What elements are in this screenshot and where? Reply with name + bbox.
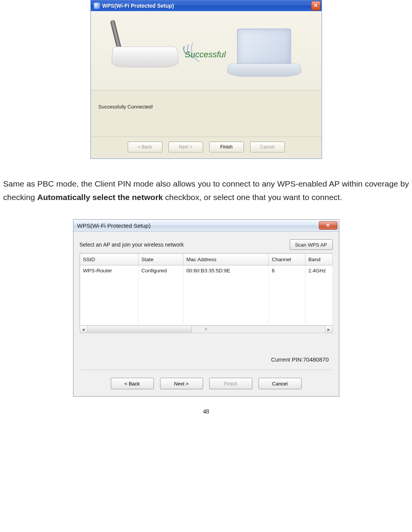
separator — [81, 370, 331, 370]
dialog2-button-row: < Back Next > Finish Cancel — [73, 372, 339, 396]
page-number: 48 — [0, 408, 412, 415]
table-row-empty[interactable] — [80, 315, 332, 326]
dialog1-button-row: < Back Next > Finish Cancel — [91, 137, 322, 158]
dialog1-illustration: Successful — [91, 11, 322, 90]
scrollbar-grip-icon: Ⅲ — [205, 327, 208, 331]
table-row[interactable]: WPS-RouterConfigured00:60:B3:35:5D:9E62.… — [80, 265, 332, 276]
table-row-empty[interactable] — [80, 305, 332, 315]
cancel-button[interactable]: Cancel — [259, 378, 302, 389]
dialog2-title: WPS(Wi-Fi Protected Setup) — [77, 222, 319, 229]
next-button[interactable]: Next > — [168, 142, 203, 152]
col-header-channel[interactable]: Channel — [269, 253, 305, 265]
scroll-right-icon[interactable]: ► — [325, 326, 332, 333]
scrollbar-thumb[interactable] — [87, 326, 192, 333]
col-header-band[interactable]: Band — [305, 253, 332, 265]
col-header-mac[interactable]: Mac Address — [183, 253, 269, 265]
cell-state: Configured — [138, 265, 183, 276]
dialog1-status-text: Successfully Connected! — [91, 90, 322, 137]
table-row-empty[interactable] — [80, 285, 332, 295]
dialog1-app-icon — [94, 3, 100, 9]
horizontal-scrollbar[interactable]: ◄ Ⅲ ► — [80, 326, 333, 333]
dialog1-title: WPS(Wi-Fi Protected Setup) — [102, 3, 311, 9]
select-ap-instruction: Select an AP and join your wireless netw… — [80, 242, 290, 248]
paragraph-post: checkbox, or select one that you want to… — [163, 193, 342, 202]
table-row-empty[interactable] — [80, 275, 332, 285]
cell-ssid: WPS-Router — [80, 265, 138, 276]
scrollbar-track[interactable]: Ⅲ — [87, 326, 325, 333]
current-pin-value: 70480870 — [303, 356, 329, 363]
dialog2-titlebar[interactable]: WPS(Wi-Fi Protected Setup) ✕ — [73, 220, 339, 232]
ap-list-table[interactable]: SSID State Mac Address Channel Band WPS-… — [80, 253, 333, 326]
wps-success-dialog: WPS(Wi-Fi Protected Setup) ✕ Successful … — [90, 0, 322, 159]
col-header-state[interactable]: State — [138, 253, 183, 265]
wifi-signal-icon — [183, 30, 222, 65]
finish-button[interactable]: Finish — [209, 142, 244, 152]
finish-button[interactable]: Finish — [209, 378, 252, 389]
document-page: WPS(Wi-Fi Protected Setup) ✕ Successful … — [0, 0, 412, 430]
col-header-ssid[interactable]: SSID — [80, 253, 138, 265]
wps-select-ap-dialog: WPS(Wi-Fi Protected Setup) ✕ Select an A… — [73, 219, 339, 397]
cell-mac: 00:60:B3:35:5D:9E — [183, 265, 269, 276]
current-pin-row: Current PIN:70480870 — [80, 333, 333, 367]
back-button[interactable]: < Back — [128, 142, 162, 152]
scan-wps-ap-button[interactable]: Scan WPS AP — [290, 239, 333, 250]
paragraph-bold: Automatically select the network — [37, 193, 163, 202]
instruction-paragraph: Same as PBC mode, the Client PIN mode al… — [3, 177, 409, 204]
next-button[interactable]: Next > — [160, 378, 203, 389]
scroll-left-icon[interactable]: ◄ — [80, 326, 87, 333]
table-header-row: SSID State Mac Address Channel Band — [80, 253, 332, 265]
router-icon — [112, 34, 183, 75]
cell-channel: 6 — [269, 265, 305, 276]
back-button[interactable]: < Back — [111, 378, 154, 389]
table-row-empty[interactable] — [80, 295, 332, 305]
dialog1-titlebar[interactable]: WPS(Wi-Fi Protected Setup) ✕ — [91, 0, 322, 11]
successful-label: Successful — [185, 50, 226, 60]
laptop-icon — [227, 28, 300, 82]
close-icon[interactable]: ✕ — [319, 221, 337, 230]
cancel-button[interactable]: Cancel — [250, 142, 285, 152]
close-icon[interactable]: ✕ — [311, 1, 320, 10]
cell-band: 2.4GHz — [305, 265, 332, 276]
current-pin-label: Current PIN: — [271, 356, 303, 363]
